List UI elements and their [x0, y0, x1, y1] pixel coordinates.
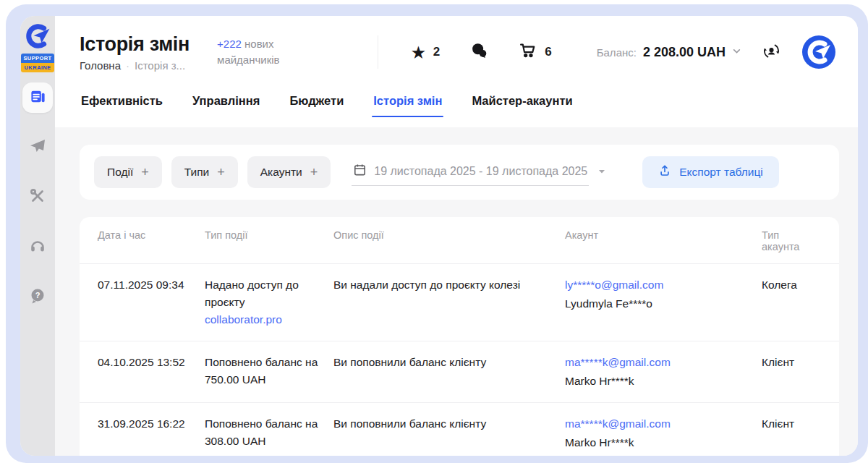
news-icon	[30, 88, 46, 108]
column-header-datetime: Дата і час	[98, 229, 205, 252]
support-ukraine-badge: SUPPORT UKRAINE	[21, 54, 54, 72]
star-icon: ★	[412, 45, 425, 60]
breadcrumb: Головна · Історія з...	[80, 59, 190, 72]
cell-account: ly*****o@gmail.com Lyudmyla Fe****o	[565, 276, 762, 313]
filter-accounts-label: Акаунти	[260, 166, 302, 179]
account-name: Marko Hr****k	[565, 434, 749, 451]
breadcrumb-home[interactable]: Головна	[80, 59, 121, 72]
cell-description: Ви поповнили баланс клієнту	[333, 354, 565, 371]
sidebar-nav: ?	[22, 82, 53, 332]
export-icon	[658, 164, 671, 180]
account-name: Marko Hr****k	[565, 373, 749, 390]
plus-icon: +	[141, 165, 149, 180]
main-area: Історія змін Головна · Історія з... +222…	[55, 16, 858, 456]
column-header-account-type: Тип акаунта	[762, 229, 825, 252]
cart-count: 6	[545, 45, 551, 59]
column-header-event-type: Тип події	[205, 229, 333, 252]
filter-types-button[interactable]: Типи +	[171, 156, 238, 188]
account-name: Lyudmyla Fe****o	[565, 295, 749, 313]
cell-description: Ви надали доступ до проєкту колезі	[333, 276, 565, 294]
sidebar-item-news[interactable]	[22, 82, 53, 113]
tab-change-history[interactable]: Історія змін	[372, 90, 443, 127]
column-header-account: Акаунт	[565, 229, 762, 252]
account-email-link[interactable]: ma*****k@gmail.com	[565, 417, 671, 430]
support-label: SUPPORT	[21, 54, 54, 63]
history-table: Дата і час Тип події Опис події Акаунт Т…	[80, 217, 839, 456]
plus-icon: +	[310, 165, 318, 180]
new-platforms-count: +222	[217, 38, 242, 50]
breadcrumb-separator: ·	[126, 59, 129, 72]
cart-icon	[519, 41, 537, 63]
export-table-label: Експорт таблиці	[679, 166, 763, 179]
date-range-picker[interactable]: 19 листопада 2025 - 19 листопада 2025	[352, 158, 589, 186]
cell-account-type: Клієнт	[762, 415, 825, 433]
plus-icon: +	[217, 165, 225, 180]
event-type-text: Поповнено баланс на 750.00 UAH	[205, 356, 318, 386]
tab-bar: Ефективність Управління Бюджети Історія …	[55, 88, 858, 127]
sidebar-item-tools[interactable]	[22, 182, 53, 213]
calendar-icon	[353, 163, 367, 179]
cell-account-type: Клієнт	[762, 354, 825, 371]
table-row: 04.10.2025 13:52 Поповнено баланс на 750…	[80, 341, 839, 402]
tools-icon	[29, 187, 46, 208]
filter-accounts-button[interactable]: Акаунти +	[247, 156, 331, 188]
tab-budgets[interactable]: Бюджети	[288, 90, 345, 127]
date-range-value: 19 листопада 2025 - 19 листопада 2025	[374, 165, 587, 178]
topbar: Історія змін Головна · Історія з... +222…	[55, 16, 858, 88]
favorites-button[interactable]: ★ 2	[412, 45, 440, 60]
balance-label: Баланс:	[597, 46, 637, 59]
table-row: 07.11.2025 09:34 Надано доступ до проєкт…	[80, 263, 839, 341]
event-type-text: Надано доступ до проєкту	[205, 279, 299, 308]
tab-efficiency[interactable]: Ефективність	[80, 90, 164, 127]
new-platforms-note[interactable]: +222 нових майданчиків	[217, 36, 304, 68]
cart-button[interactable]: 6	[519, 41, 551, 63]
date-chevron-down-icon	[597, 166, 606, 179]
balance-value: 2 208.00 UAH	[643, 45, 726, 60]
help-icon: ?	[29, 287, 46, 307]
sidebar-item-support[interactable]	[22, 232, 53, 263]
telegram-icon	[29, 137, 46, 158]
column-header-description: Опис події	[333, 229, 565, 252]
page-body: Події + Типи + Акаунти +	[55, 127, 858, 456]
headphones-icon	[29, 237, 46, 258]
sidebar: SUPPORT UKRAINE	[20, 16, 55, 456]
chat-icon	[470, 41, 488, 63]
tab-management[interactable]: Управління	[191, 90, 261, 127]
avatar[interactable]	[801, 35, 836, 69]
cell-datetime: 07.11.2025 09:34	[98, 276, 205, 294]
svg-text:?: ?	[35, 291, 41, 300]
filter-events-button[interactable]: Події +	[94, 156, 162, 188]
table-row: 31.09.2025 16:22 Поповнено баланс на 308…	[80, 402, 839, 456]
balance-dropdown[interactable]: Баланс: 2 208.00 UAH	[597, 45, 741, 60]
account-email-link[interactable]: ma*****k@gmail.com	[565, 356, 671, 368]
cell-event-type: Надано доступ до проєкту collaborator.pr…	[205, 276, 333, 328]
cell-datetime: 31.09.2025 16:22	[98, 415, 205, 433]
event-type-text: Поповнено баланс на 308.00 UAH	[205, 417, 318, 447]
switch-account-icon	[762, 41, 781, 64]
cell-event-type: Поповнено баланс на 750.00 UAH	[205, 354, 333, 388]
cell-description: Ви поповнили баланс клієнту	[333, 415, 565, 433]
export-table-button[interactable]: Експорт таблиці	[642, 156, 779, 188]
favorites-count: 2	[433, 45, 440, 59]
sidebar-item-help[interactable]: ?	[22, 282, 53, 313]
event-type-link[interactable]: collaborator.pro	[205, 313, 282, 326]
ukraine-label: UKRAINE	[21, 63, 54, 72]
app-window: SUPPORT UKRAINE	[20, 16, 858, 456]
topbar-right: ★ 2	[378, 35, 836, 69]
chevron-down-icon	[732, 46, 741, 59]
chat-button[interactable]	[470, 41, 488, 63]
cell-account: ma*****k@gmail.com Marko Hr****k	[565, 354, 762, 390]
filter-types-label: Типи	[184, 166, 210, 179]
collaborator-logo-icon	[24, 23, 51, 52]
title-block: Історія змін Головна · Історія з...	[80, 33, 190, 72]
cell-account-type: Колега	[762, 276, 825, 294]
tab-master-accounts[interactable]: Майстер-акаунти	[470, 90, 574, 127]
collaborator-logo[interactable]: SUPPORT UKRAINE	[21, 23, 54, 72]
switch-account-button[interactable]	[762, 41, 781, 64]
sidebar-item-telegram[interactable]	[22, 132, 53, 163]
cell-event-type: Поповнено баланс на 308.00 UAH	[205, 415, 333, 450]
breadcrumb-current: Історія з...	[135, 59, 185, 72]
topbar-divider	[378, 35, 378, 69]
cell-datetime: 04.10.2025 13:52	[98, 354, 205, 371]
account-email-link[interactable]: ly*****o@gmail.com	[565, 279, 663, 291]
